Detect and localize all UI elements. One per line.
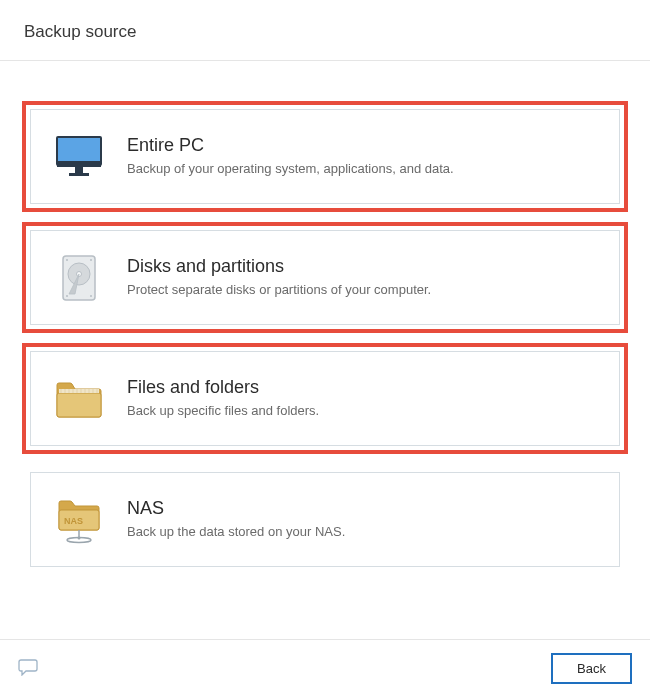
svg-point-8 — [90, 259, 92, 261]
back-button[interactable]: Back — [551, 653, 632, 684]
svg-rect-0 — [57, 137, 101, 165]
comment-icon[interactable] — [18, 658, 38, 680]
option-entire-pc-highlight: Entire PC Backup of your operating syste… — [22, 101, 628, 212]
header: Backup source — [0, 0, 650, 61]
option-disks-highlight: Disks and partitions Protect separate di… — [22, 222, 628, 333]
svg-rect-2 — [75, 167, 83, 173]
page-title: Backup source — [24, 22, 626, 42]
monitor-icon — [49, 135, 109, 179]
svg-point-9 — [66, 295, 68, 297]
option-nas[interactable]: NAS NAS Back up the data stored on your … — [30, 472, 620, 567]
option-title: Entire PC — [127, 135, 601, 156]
hard-drive-icon — [49, 254, 109, 302]
nas-folder-icon: NAS — [49, 496, 109, 544]
option-desc: Back up the data stored on your NAS. — [127, 523, 601, 541]
option-text: NAS Back up the data stored on your NAS. — [109, 498, 601, 541]
svg-rect-3 — [69, 173, 89, 176]
option-files-highlight: Files and folders Back up specific files… — [22, 343, 628, 454]
svg-rect-1 — [57, 161, 101, 167]
option-text: Files and folders Back up specific files… — [109, 377, 601, 420]
svg-text:NAS: NAS — [64, 516, 83, 526]
option-title: NAS — [127, 498, 601, 519]
option-disks-partitions[interactable]: Disks and partitions Protect separate di… — [30, 230, 620, 325]
footer: Back — [0, 639, 650, 697]
option-nas-wrap: NAS NAS Back up the data stored on your … — [22, 464, 628, 575]
option-entire-pc[interactable]: Entire PC Backup of your operating syste… — [30, 109, 620, 204]
option-desc: Back up specific files and folders. — [127, 402, 601, 420]
option-text: Disks and partitions Protect separate di… — [109, 256, 601, 299]
svg-point-10 — [90, 295, 92, 297]
option-text: Entire PC Backup of your operating syste… — [109, 135, 601, 178]
options-list: Entire PC Backup of your operating syste… — [0, 61, 650, 605]
option-title: Files and folders — [127, 377, 601, 398]
option-desc: Backup of your operating system, applica… — [127, 160, 601, 178]
option-desc: Protect separate disks or partitions of … — [127, 281, 601, 299]
option-title: Disks and partitions — [127, 256, 601, 277]
option-files-folders[interactable]: Files and folders Back up specific files… — [30, 351, 620, 446]
folder-icon — [49, 379, 109, 419]
svg-point-25 — [78, 536, 81, 539]
svg-point-7 — [66, 259, 68, 261]
